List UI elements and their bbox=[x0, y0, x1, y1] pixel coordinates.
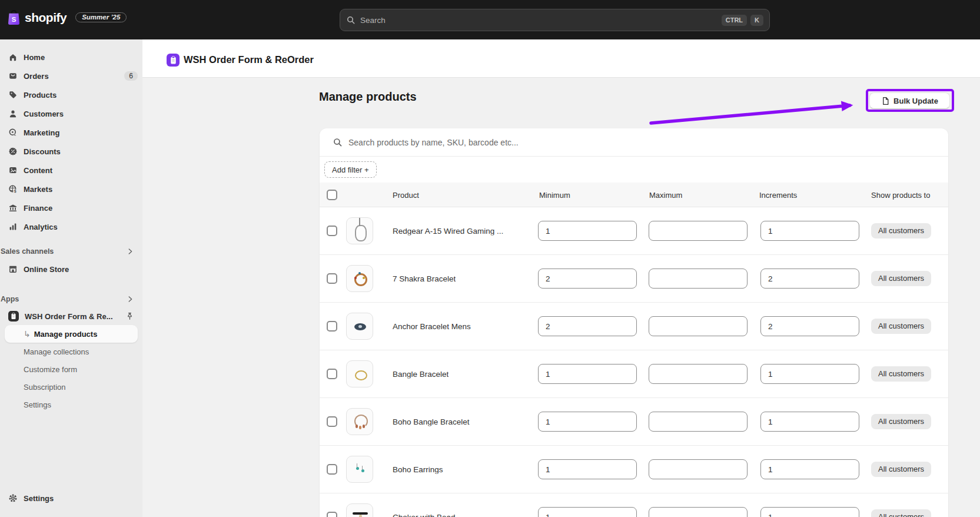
product-search-input[interactable]: Search products by name, SKU, barcode et… bbox=[320, 128, 948, 157]
maximum-input[interactable] bbox=[649, 412, 748, 432]
product-name: Anchor Bracelet Mens bbox=[393, 322, 471, 331]
sidebar-subitem-manage-products[interactable]: ↳ Manage products bbox=[5, 325, 138, 343]
sidebar-item-online-store[interactable]: Online Store bbox=[0, 260, 142, 279]
sidebar-item-content[interactable]: Content bbox=[0, 161, 142, 180]
minimum-input[interactable] bbox=[538, 507, 637, 517]
sidebar-item-marketing[interactable]: Marketing bbox=[0, 123, 142, 142]
show-products-to-badge[interactable]: All customers bbox=[871, 366, 931, 382]
minimum-input[interactable] bbox=[538, 459, 637, 479]
maximum-input[interactable] bbox=[649, 269, 748, 289]
svg-text:S: S bbox=[12, 16, 16, 23]
sidebar-section-sales-channels[interactable]: Sales channels bbox=[0, 243, 142, 260]
chevron-right-icon bbox=[126, 247, 134, 256]
filter-bar: Add filter + bbox=[320, 157, 948, 183]
minimum-input[interactable] bbox=[538, 316, 637, 336]
product-name: 7 Shakra Bracelet bbox=[393, 274, 456, 283]
sidebar-subitem-subscription[interactable]: ↳ Subscription bbox=[0, 378, 142, 396]
shopify-logo[interactable]: S shopify Summer ’25 bbox=[7, 9, 127, 25]
pin-icon[interactable] bbox=[125, 312, 134, 321]
minimum-input[interactable] bbox=[538, 269, 637, 289]
row-checkbox[interactable] bbox=[327, 321, 337, 332]
product-image-boho-earrings bbox=[346, 456, 373, 483]
maximum-input[interactable] bbox=[649, 364, 748, 384]
sidebar-subitem-settings[interactable]: ↳ Settings bbox=[0, 396, 142, 413]
product-name: Bangle Bracelet bbox=[393, 370, 449, 379]
show-products-to-badge[interactable]: All customers bbox=[871, 271, 931, 286]
table-row: Choker with Bead All customers bbox=[320, 493, 948, 517]
row-checkbox[interactable] bbox=[327, 273, 337, 284]
minimum-input[interactable] bbox=[538, 412, 637, 432]
shopify-wordmark: shopify bbox=[25, 11, 67, 25]
store-icon bbox=[8, 264, 18, 274]
sidebar-item-settings[interactable]: Settings bbox=[0, 489, 142, 507]
product-name: Choker with Bead bbox=[393, 513, 456, 517]
select-all-checkbox[interactable] bbox=[327, 190, 337, 200]
increments-input[interactable] bbox=[760, 412, 859, 432]
maximum-input[interactable] bbox=[649, 507, 748, 517]
show-products-to-badge[interactable]: All customers bbox=[871, 509, 931, 517]
increments-input[interactable] bbox=[760, 364, 859, 384]
row-checkbox[interactable] bbox=[327, 226, 337, 236]
table-row: Boho Earrings All customers bbox=[320, 446, 948, 493]
customers-icon bbox=[8, 109, 18, 118]
product-search-placeholder: Search products by name, SKU, barcode et… bbox=[348, 138, 519, 147]
table-row: Boho Bangle Bracelet All customers bbox=[320, 398, 948, 446]
product-name: Boho Earrings bbox=[393, 465, 443, 474]
sidebar-item-analytics[interactable]: Analytics bbox=[0, 217, 142, 236]
sidebar-item-orders[interactable]: Orders 6 bbox=[0, 67, 142, 85]
page-title: Manage products bbox=[319, 90, 417, 104]
count-badge: 6 bbox=[124, 71, 138, 81]
app-header: WSH Order Form & ReOrder bbox=[142, 39, 980, 78]
row-checkbox[interactable] bbox=[327, 369, 337, 379]
clipboard-icon bbox=[168, 55, 178, 65]
row-checkbox[interactable] bbox=[327, 416, 337, 427]
table-body: Redgear A-15 Wired Gaming ... All custom… bbox=[320, 207, 948, 517]
maximum-input[interactable] bbox=[649, 221, 748, 241]
sidebar-item-finance[interactable]: Finance bbox=[0, 198, 142, 217]
increments-input[interactable] bbox=[760, 221, 859, 241]
content-icon bbox=[8, 165, 18, 175]
gear-icon bbox=[8, 493, 18, 503]
global-search-input[interactable]: Search CTRL K bbox=[340, 9, 770, 31]
increments-input[interactable] bbox=[760, 459, 859, 479]
column-header-minimum: Minimum bbox=[539, 190, 570, 199]
bulk-update-button[interactable]: Bulk Update bbox=[869, 92, 950, 109]
sidebar-item-markets[interactable]: $ Markets bbox=[0, 180, 142, 198]
minimum-input[interactable] bbox=[538, 364, 637, 384]
shopify-bag-icon: S bbox=[7, 9, 21, 25]
search-icon bbox=[346, 15, 356, 25]
increments-input[interactable] bbox=[760, 269, 859, 289]
file-icon bbox=[881, 97, 890, 105]
product-image-bangle-bracelet bbox=[346, 360, 373, 387]
minimum-input[interactable] bbox=[538, 221, 637, 241]
sidebar-item-home[interactable]: Home bbox=[0, 48, 142, 67]
app-title: WSH Order Form & ReOrder bbox=[184, 54, 314, 65]
increments-input[interactable] bbox=[760, 507, 859, 517]
pin-icon bbox=[125, 312, 134, 321]
add-filter-button[interactable]: Add filter + bbox=[324, 161, 377, 178]
maximum-input[interactable] bbox=[649, 459, 748, 479]
show-products-to-badge[interactable]: All customers bbox=[871, 414, 931, 429]
show-products-to-badge[interactable]: All customers bbox=[871, 462, 931, 477]
sidebar-item-products[interactable]: Products bbox=[0, 85, 142, 104]
row-checkbox[interactable] bbox=[327, 512, 337, 517]
show-products-to-badge[interactable]: All customers bbox=[871, 223, 931, 238]
sidebar-item-wsh-order-form[interactable]: WSH Order Form & Re... bbox=[0, 307, 142, 325]
svg-text:$: $ bbox=[14, 189, 16, 194]
sidebar-item-customers[interactable]: Customers bbox=[0, 104, 142, 123]
sidebar-item-discounts[interactable]: Discounts bbox=[0, 142, 142, 161]
sidebar: Home Orders 6 Products Customers Marketi… bbox=[0, 39, 142, 517]
increments-input[interactable] bbox=[760, 316, 859, 336]
topbar: S shopify Summer ’25 Search CTRL K bbox=[0, 0, 980, 39]
sidebar-section-apps[interactable]: Apps bbox=[0, 291, 142, 307]
sidebar-subitem-manage-collections[interactable]: ↳ Manage collections bbox=[0, 343, 142, 360]
app-icon bbox=[167, 54, 180, 67]
maximum-input[interactable] bbox=[649, 316, 748, 336]
edition-badge: Summer ’25 bbox=[75, 12, 127, 22]
row-checkbox[interactable] bbox=[327, 464, 337, 475]
show-products-to-badge[interactable]: All customers bbox=[871, 319, 931, 334]
shortcut-key-ctrl: CTRL bbox=[722, 15, 747, 26]
file-icon bbox=[881, 97, 890, 105]
sidebar-subitem-customize-form[interactable]: ↳ Customize form bbox=[0, 360, 142, 378]
finance-icon bbox=[8, 203, 18, 213]
